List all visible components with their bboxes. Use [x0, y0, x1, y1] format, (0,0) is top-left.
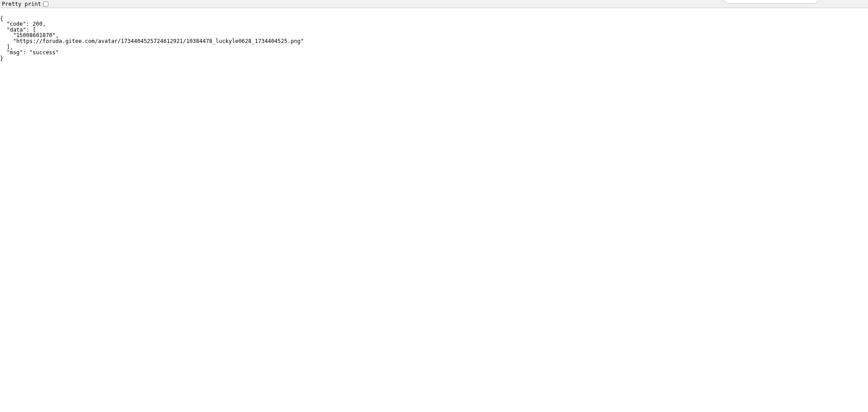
json-line: "https://foruda.gitee.com/avatar/1734404… — [0, 38, 304, 44]
pretty-print-label[interactable]: Pretty print — [2, 1, 48, 7]
json-line: } — [0, 55, 3, 62]
toolbar-widget — [723, 0, 818, 4]
json-viewer-toolbar: Pretty print — [0, 0, 868, 8]
json-line: "msg": "success" — [0, 49, 59, 56]
pretty-print-text: Pretty print — [2, 1, 41, 7]
json-content: { "code": 200, "data": [ "15008601870", … — [0, 8, 868, 63]
pretty-print-checkbox[interactable] — [43, 1, 48, 7]
